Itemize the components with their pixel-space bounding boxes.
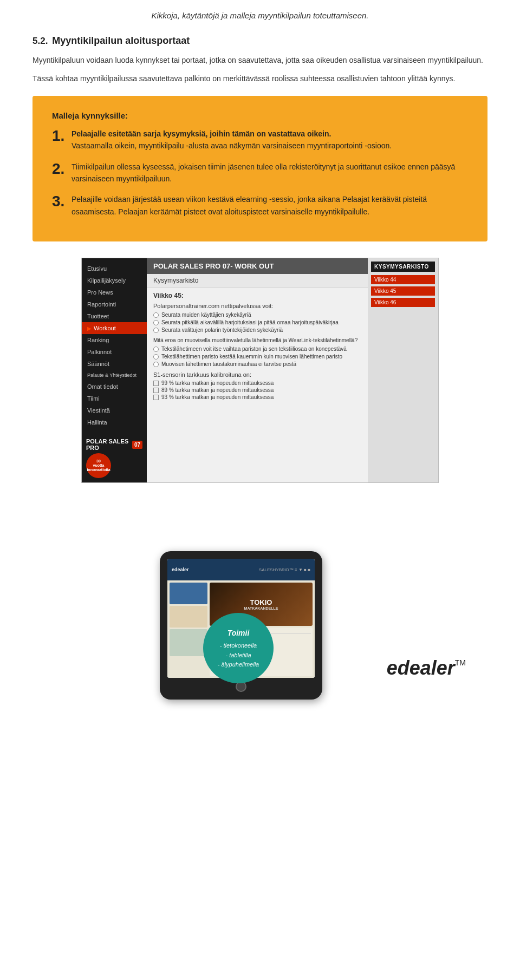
- answer-circle-3[interactable]: [153, 362, 159, 367]
- app-sidebar: Etusivu Kilpailijäkysely Pro News Raport…: [82, 258, 147, 482]
- sidebar-item-ranking[interactable]: Ranking: [82, 334, 147, 346]
- edealer-text: edealer: [387, 658, 455, 678]
- numbered-item-3: 3. Pelaajille voidaan järjestää usean vi…: [52, 193, 468, 218]
- right-panel-header: KYSYMYSARKISTO: [371, 262, 435, 272]
- sidebar-item-hallinta[interactable]: Hallinta: [82, 416, 147, 428]
- right-panel-item-45[interactable]: Viikko 45: [371, 286, 435, 296]
- tablet-left-col: [170, 583, 207, 676]
- sidebar-item-raportointi[interactable]: Raportointi: [82, 298, 147, 310]
- toimii-line-1: - tietokoneella: [220, 641, 257, 651]
- sidebar-item-pro-news[interactable]: Pro News: [82, 286, 147, 298]
- sensor-label-1: 99 % tarkka matkan ja nopeuden mittaukse…: [161, 380, 274, 386]
- sidebar-item-säännöt[interactable]: Säännöt: [82, 358, 147, 370]
- sidebar-item-workout[interactable]: ▶ Workout: [82, 322, 147, 334]
- answer-label-1: Tekstilähetimeen voit itse vaihtaa paris…: [161, 346, 347, 352]
- answer-label-3: Muovisen lähettimen taustakuminauhaa ei …: [161, 361, 296, 367]
- tablet-top-bar: edealer SALESHYBRID™ ≡ ▼ ■ ■: [167, 559, 315, 580]
- numbered-item-2: 2. Tiimikilpailun ollessa kyseessä, joka…: [52, 161, 468, 185]
- intro-text-1: Myyntikilpaluun voidaan luoda kynnykset …: [32, 54, 487, 66]
- teal-circle-badge: Toimii - tietokoneella - tabletilla - äl…: [203, 613, 274, 683]
- sidebar-item-etusivu[interactable]: Etusivu: [82, 263, 147, 275]
- tablet-mini-card-2: [170, 606, 207, 628]
- radio-row-2: Seurata pitkällä aikavälillä harjoituksi…: [153, 319, 361, 325]
- tokio-sub-text: MATKAKANDELLE: [244, 606, 278, 610]
- app-week-title: Viikko 45:: [153, 292, 361, 299]
- right-panel-item-46[interactable]: Viikko 46: [371, 298, 435, 307]
- radio-label-2: Seurata pitkällä aikavälillä harjoituksi…: [161, 319, 339, 325]
- answer-circle-2[interactable]: [153, 354, 159, 360]
- toimii-title: Toimii: [227, 627, 250, 639]
- app-main-body: Viikko 45: Polarpersonaltrainer.com nett…: [147, 288, 368, 482]
- item-3-number: 3.: [52, 193, 67, 210]
- logo-badge: 30vuottainnovaatioita: [86, 453, 111, 478]
- sidebar-item-tuotteet[interactable]: Tuotteet: [82, 310, 147, 322]
- radio-circle-1[interactable]: [153, 312, 159, 318]
- check-box-3[interactable]: [153, 395, 159, 400]
- app-main-subheader: Kysymysarkisto: [147, 274, 368, 288]
- answer-row-2: Tekstilähettimen paristo kestää kauemmin…: [153, 354, 361, 360]
- item-1-number: 1.: [52, 128, 67, 145]
- radio-row-3: Seurata valittujen polarin työntekijöide…: [153, 327, 361, 333]
- sensor-label-2: 89 % tarkka matkan ja nopeuden mittaukse…: [161, 387, 274, 393]
- tablet-section: edealer SALESHYBRID™ ≡ ▼ ■ ■: [32, 494, 487, 700]
- screenshot-section: Etusivu Kilpailijäkysely Pro News Raport…: [32, 258, 487, 483]
- tablet-mini-card-3: [170, 629, 207, 656]
- answer-row-3: Muovisen lähettimen taustakuminauhaa ei …: [153, 361, 361, 367]
- check-box-1[interactable]: [153, 381, 159, 386]
- sidebar-item-palaute[interactable]: Palaute & Yhtëystiedot: [82, 370, 147, 381]
- radio-circle-3[interactable]: [153, 328, 159, 333]
- active-arrow: ▶: [87, 325, 92, 331]
- intro-text-2: Tässä kohtaa myyntikilpailussa saavutett…: [32, 73, 487, 84]
- item-3-text: Pelaajille voidaan järjestää usean viiko…: [72, 193, 468, 218]
- sidebar-item-palkinnot[interactable]: Palkinnot: [82, 346, 147, 358]
- item-2-text: Tiimikilpailun ollessa kyseessä, jokaise…: [72, 161, 468, 185]
- toimii-line-2: - tabletilla: [225, 651, 251, 661]
- sensor-label-3: 93 % tarkka matkan ja nopeuden mittaukse…: [161, 394, 274, 400]
- app-main: POLAR SALES PRO 07- WORK OUT Kysymysarki…: [147, 258, 368, 482]
- app-sensor-title: S1-sensorin tarkkuus kalibroituna on:: [153, 371, 361, 378]
- radio-label-1: Seurata muiden käyttäjien sykekäyriä: [161, 312, 251, 318]
- sidebar-item-omat-tiedot[interactable]: Omat tiedot: [82, 381, 147, 393]
- numbered-item-1: 1. Pelaajalle esitetään sarja kysymyksiä…: [52, 128, 468, 152]
- app-main-header: POLAR SALES PRO 07- WORK OUT: [147, 258, 368, 274]
- percentage-row-2: 89 % tarkka matkan ja nopeuden mittaukse…: [153, 387, 361, 393]
- sidebar-item-kilpailijäkysely[interactable]: Kilpailijäkysely: [82, 275, 147, 286]
- section-heading: Myyntikilpailun aloitusportaat: [52, 35, 190, 46]
- app-right-panel: KYSYMYSARKISTO Viikko 44 Viikko 45 Viikk…: [368, 258, 438, 482]
- answer-row-1: Tekstilähetimeen voit itse vaihtaa paris…: [153, 346, 361, 352]
- radio-label-3: Seurata valittujen polarin työntekijöide…: [161, 327, 283, 333]
- tablet-logo: edealer: [172, 567, 189, 572]
- page-wrapper: Kikkoja, käytäntöjä ja malleja myyntikil…: [0, 0, 520, 732]
- toimii-line-3: - älypuhelimella: [218, 660, 259, 670]
- tokio-text: TOKIO: [244, 598, 278, 607]
- percentage-row-1: 99 % tarkka matkan ja nopeuden mittaukse…: [153, 380, 361, 386]
- orange-box: Malleja kynnyksille: 1. Pelaajalle esite…: [32, 96, 487, 241]
- tm-symbol: TM: [455, 658, 466, 667]
- item-1-text: Pelaajalle esitetään sarja kysymyksiä, j…: [72, 128, 392, 152]
- percentage-row-3: 93 % tarkka matkan ja nopeuden mittaukse…: [153, 394, 361, 400]
- sidebar-item-viestintä[interactable]: Viestintä: [82, 404, 147, 416]
- sidebar-logo: POLAR SALES PRO 07 30vuottainnovaatioita: [82, 434, 147, 482]
- item-2-number: 2.: [52, 161, 67, 178]
- answer-circle-1[interactable]: [153, 347, 159, 352]
- page-header-title: Kikkoja, käytäntöjä ja malleja myyntikil…: [32, 11, 487, 20]
- answer-label-2: Tekstilähettimen paristo kestää kauemmin…: [161, 354, 342, 360]
- radio-circle-2[interactable]: [153, 320, 159, 325]
- tablet-wrapper: edealer SALESHYBRID™ ≡ ▼ ■ ■: [160, 551, 344, 700]
- tablet-mini-card-1: [170, 583, 207, 604]
- orange-box-title: Malleja kynnyksille:: [52, 111, 468, 120]
- right-panel-item-44[interactable]: Viikko 44: [371, 275, 435, 284]
- radio-row-1: Seurata muiden käyttäjien sykekäyriä: [153, 312, 361, 318]
- section-number: 5.2.: [32, 36, 48, 46]
- app-question: Mitä eroa on muovisella muottiinvaletull…: [153, 337, 361, 343]
- tablet-nav-bar: SALESHYBRID™ ≡ ▼ ■ ■: [259, 567, 310, 572]
- logo-07: 07: [132, 441, 142, 449]
- app-section-title: Polarpersonaltrainer.com nettipalvelussa…: [153, 303, 361, 309]
- check-box-2[interactable]: [153, 388, 159, 393]
- logo-polar-text: POLAR SALES PRO: [86, 438, 131, 451]
- edealer-brand-section: edealer TM: [387, 658, 466, 678]
- sidebar-item-tiimi[interactable]: Tiimi: [82, 393, 147, 404]
- app-screenshot: Etusivu Kilpailijäkysely Pro News Raport…: [81, 258, 439, 483]
